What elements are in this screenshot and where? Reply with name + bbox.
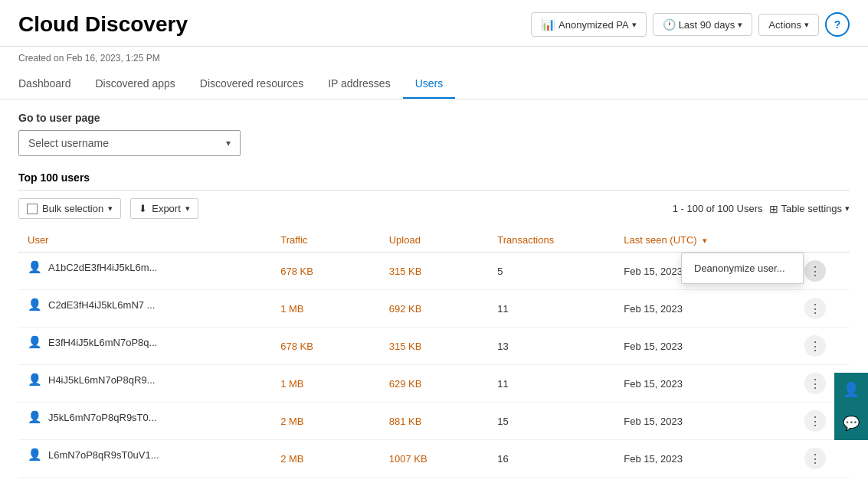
col-transactions[interactable]: Transactions <box>488 228 614 253</box>
anonymized-pa-label: Anonymized PA <box>558 19 629 31</box>
section-divider <box>18 190 850 191</box>
go-to-user-label: Go to user page <box>18 112 850 124</box>
date-value: Feb 15, 2023 <box>624 416 683 427</box>
table-row: 👤E3fH4iJ5kL6mN7oP8q...678 KB315 KB13Feb … <box>18 328 850 365</box>
chevron-down-icon3: ▾ <box>804 20 809 30</box>
col-upload[interactable]: Upload <box>380 228 489 253</box>
actions-label: Actions <box>768 19 801 31</box>
chat-sidebar-button[interactable]: 💬 <box>834 406 868 440</box>
upload-cell: 315 KB <box>380 253 489 290</box>
page: Cloud Discovery 📊 Anonymized PA ▾ 🕐 Last… <box>0 0 868 486</box>
user-icon: 👤 <box>28 298 42 311</box>
row-menu-button[interactable]: ⋮ <box>804 335 826 357</box>
upload-value: 1007 KB <box>389 453 427 465</box>
date-value: Feb 15, 2023 <box>624 341 683 352</box>
bulk-selection-label: Bulk selection <box>42 203 103 214</box>
transactions-value: 11 <box>497 303 508 315</box>
user-cell: 👤J5kL6mN7oP8qR9sT0... <box>18 403 271 432</box>
last-seen-cell: Feb 15, 2023 <box>614 365 795 403</box>
row-menu-button[interactable]: ⋮ <box>804 448 826 469</box>
actions-button[interactable]: Actions ▾ <box>758 14 819 36</box>
transactions-cell: 11 <box>488 290 614 328</box>
user-name[interactable]: A1bC2dE3fH4iJ5kL6m... <box>48 262 157 273</box>
header: Cloud Discovery 📊 Anonymized PA ▾ 🕐 Last… <box>0 0 868 47</box>
main-content: Go to user page Select username ▾ Top 10… <box>0 99 868 486</box>
tabs: Dashboard Discovered apps Discovered res… <box>0 70 868 99</box>
user-icon: 👤 <box>28 260 42 274</box>
transactions-cell: 16 <box>488 440 614 478</box>
tab-dashboard[interactable]: Dashboard <box>18 70 84 99</box>
deanonymize-item[interactable]: Deanonymize user... <box>682 256 803 280</box>
row-menu-button[interactable]: ⋮ <box>804 260 826 282</box>
tab-discovered-apps[interactable]: Discovered apps <box>84 70 188 99</box>
upload-cell: 692 KB <box>380 290 489 328</box>
upload-cell: 1007 KB <box>380 440 489 478</box>
settings-chevron-icon: ▾ <box>845 204 850 214</box>
transactions-cell: 11 <box>488 365 614 403</box>
time-range-button[interactable]: 🕐 Last 90 days ▾ <box>653 13 753 36</box>
export-button[interactable]: ⬇ Export ▾ <box>130 198 198 219</box>
last-seen-cell: Feb 15, 2023 <box>614 290 795 328</box>
bulk-selection-button[interactable]: Bulk selection ▾ <box>18 198 121 219</box>
row-actions-cell: ⋮ Deanonymize user... <box>795 253 850 290</box>
traffic-cell: 2 MB <box>271 440 380 478</box>
upload-cell: 881 KB <box>380 403 489 440</box>
table-row: 👤J5kL6mN7oP8qR9sT0...2 MB881 KB15Feb 15,… <box>18 403 850 440</box>
user-name[interactable]: H4iJ5kL6mN7oP8qR9... <box>48 374 155 386</box>
toolbar: Bulk selection ▾ ⬇ Export ▾ 1 - 100 of 1… <box>18 198 850 219</box>
transactions-value: 11 <box>497 378 508 390</box>
table-settings-label: Table settings <box>781 203 843 214</box>
user-name[interactable]: E3fH4iJ5kL6mN7oP8q... <box>48 337 157 348</box>
traffic-cell: 678 KB <box>271 253 380 290</box>
user-name[interactable]: C2dE3fH4iJ5kL6mN7 ... <box>48 299 155 311</box>
traffic-cell: 2 MB <box>271 403 380 440</box>
upload-value: 692 KB <box>389 303 422 315</box>
last-seen-cell: Feb 15, 2023 <box>614 403 795 440</box>
upload-cell: 315 KB <box>380 328 489 365</box>
col-user-label: User <box>28 234 48 246</box>
date-value: Feb 15, 2023 <box>624 453 683 465</box>
col-user[interactable]: User <box>18 228 271 253</box>
user-name[interactable]: J5kL6mN7oP8qR9sT0... <box>48 412 157 423</box>
traffic-cell: 1 MB <box>271 290 380 328</box>
transactions-cell: 15 <box>488 403 614 440</box>
transactions-value: 13 <box>497 341 508 352</box>
col-last-seen-label: Last seen (UTC) <box>624 234 696 246</box>
user-count: 1 - 100 of 100 Users <box>673 203 763 214</box>
user-icon: 👤 <box>28 373 42 387</box>
help-label: ? <box>834 18 841 31</box>
col-traffic[interactable]: Traffic <box>271 228 380 253</box>
page-title: Cloud Discovery <box>18 12 188 37</box>
col-last-seen[interactable]: Last seen (UTC) ▾ <box>614 228 795 253</box>
table-settings-button[interactable]: ⊞ Table settings ▾ <box>769 203 850 215</box>
upload-value: 881 KB <box>389 416 422 427</box>
right-sidebar: 👤 💬 <box>834 373 868 440</box>
tab-discovered-resources[interactable]: Discovered resources <box>188 70 316 99</box>
upload-value: 315 KB <box>389 341 422 352</box>
col-traffic-label: Traffic <box>280 234 307 246</box>
traffic-cell: 1 MB <box>271 365 380 403</box>
row-actions-cell: ⋮ <box>795 328 850 365</box>
transactions-value: 5 <box>497 266 503 277</box>
row-menu-button[interactable]: ⋮ <box>804 373 826 394</box>
col-actions <box>795 228 850 253</box>
user-icon: 👤 <box>28 448 42 462</box>
go-to-user-section: Go to user page Select username ▾ <box>18 112 850 156</box>
col-upload-label: Upload <box>389 234 421 246</box>
date-value: Feb 15, 2023 <box>624 303 683 315</box>
tab-ip-addresses[interactable]: IP addresses <box>316 70 402 99</box>
username-placeholder: Select username <box>28 137 109 149</box>
username-select[interactable]: Select username ▾ <box>18 130 241 156</box>
row-menu-button[interactable]: ⋮ <box>804 298 826 319</box>
tab-users[interactable]: Users <box>403 70 456 99</box>
user-icon: 👤 <box>28 410 42 424</box>
date-value: Feb 15, 2023 <box>624 266 683 277</box>
row-menu-button[interactable]: ⋮ <box>804 410 826 432</box>
help-button[interactable]: ? <box>825 12 850 37</box>
user-name[interactable]: L6mN7oP8qR9sT0uV1... <box>48 449 159 461</box>
col-transactions-label: Transactions <box>497 234 554 246</box>
anonymized-pa-button[interactable]: 📊 Anonymized PA ▾ <box>531 12 647 37</box>
table-row: 👤C2dE3fH4iJ5kL6mN7 ...1 MB692 KB11Feb 15… <box>18 290 850 328</box>
chat-icon: 💬 <box>843 415 860 432</box>
user-profile-sidebar-button[interactable]: 👤 <box>834 373 868 406</box>
